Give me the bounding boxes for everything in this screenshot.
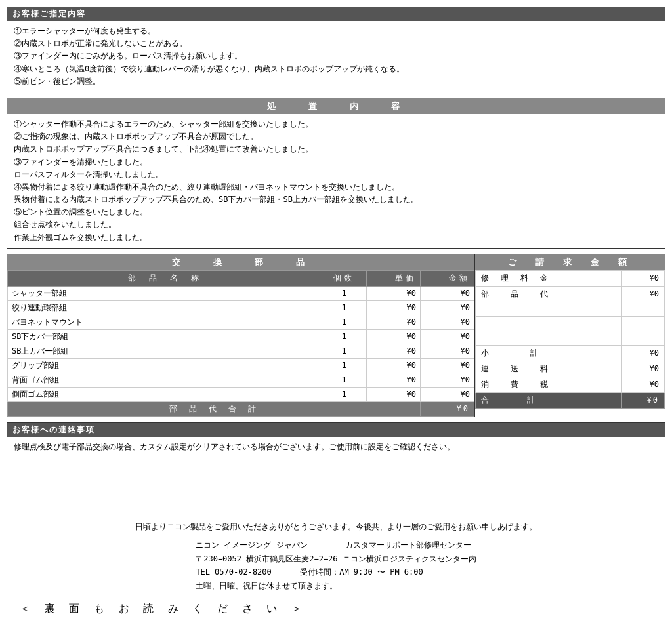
footer-backside: ＜ 裏 面 も お 読 み く だ さ い ＞ (7, 602, 665, 616)
invoice-row-7: 消 費 税 ¥0 (476, 377, 665, 392)
parts-row-total: ¥0 (420, 344, 474, 358)
parts-row-total: ¥0 (420, 315, 474, 329)
parts-row-total: ¥0 (420, 286, 474, 300)
parts-row-price: ¥0 (366, 358, 420, 373)
instruction-item-5: ⑤前ピン・後ピン調整。 (14, 75, 658, 88)
parts-row-name: シャッター部組 (8, 286, 322, 300)
footer-left: ニコン イメージング ジャパン カスタマーサポート部修理センター 〒230−00… (196, 539, 476, 592)
invoice-row-label: 小 計 (476, 345, 622, 361)
invoice-row-1: 部 品 代 ¥0 (476, 286, 665, 302)
parts-row-total: ¥0 (420, 358, 474, 373)
treatment-header: 処 置 内 容 (7, 98, 665, 114)
parts-row-name: 絞り連動環部組 (8, 300, 322, 315)
parts-row-total: ¥0 (420, 387, 474, 401)
invoice-row-value: ¥0 (622, 361, 665, 377)
treatment-item-3: 内蔵ストロボポップアップ不具合につきまして、下記④処置にて改善いたしました。 (14, 143, 658, 155)
invoice-row-2 (476, 302, 665, 316)
parts-row-qty: 1 (322, 373, 366, 387)
parts-header: 交 換 部 品 (7, 254, 474, 270)
col-header-price: 単価 (366, 270, 420, 286)
invoice-row-value: ¥0 (622, 392, 665, 408)
footer-message: 日頃よりニコン製品をご愛用いただきありがとうございます。今後共、より一層のご愛用… (7, 520, 665, 533)
parts-row-price: ¥0 (366, 387, 420, 401)
treatment-section: 処 置 内 容 ①シャッター作動不具合によるエラーのため、シャッター部組を交換い… (7, 98, 665, 249)
customer-instructions-section: お客様ご指定内容 ①エラーシャッターが何度も発生する。 ②内蔵ストロボが正常に発… (7, 7, 665, 92)
parts-row-total: ¥0 (420, 329, 474, 344)
treatment-content: ①シャッター作動不具合によるエラーのため、シャッター部組を交換いたしました。 ②… (7, 114, 665, 248)
parts-row-price: ¥0 (366, 286, 420, 300)
treatment-item-10: 作業上外観ゴムを交換いたしました。 (14, 232, 658, 244)
parts-total-value: ¥0 (420, 401, 474, 416)
invoice-row-value: ¥0 (622, 286, 665, 302)
col-header-qty: 個数 (322, 270, 366, 286)
invoice-row-label: 消 費 税 (476, 377, 622, 392)
footer-tel-hours: TEL 0570-02-8200 受付時間：AM 9:30 〜 PM 6:00 (196, 565, 476, 579)
parts-row-qty: 1 (322, 329, 366, 344)
parts-row-qty: 1 (322, 387, 366, 401)
parts-row-price: ¥0 (366, 300, 420, 315)
contact-text: 修理点検及び電子部品交換の場合、カスタム設定がクリアされている場合がございます。… (7, 437, 665, 510)
parts-row-5: グリップ部組 1 ¥0 ¥0 (8, 358, 474, 373)
invoice-row-4 (476, 331, 665, 345)
parts-row-name: バヨネットマウント (8, 315, 322, 329)
invoice-header: ご 請 求 金 額 (475, 254, 665, 270)
contact-header: お客様への連絡事項 (7, 423, 665, 437)
parts-total-row: 部 品 代 合 計 ¥0 (8, 401, 474, 416)
treatment-item-9: 組合せ点検をいたしました。 (14, 218, 658, 231)
invoice-row-value: ¥0 (622, 270, 665, 286)
instruction-item-1: ①エラーシャッターが何度も発生する。 (14, 25, 658, 37)
company-name: ニコン イメージング ジャパン カスタマーサポート部修理センター (196, 539, 476, 552)
parts-row-price: ¥0 (366, 329, 420, 344)
parts-row-price: ¥0 (366, 344, 420, 358)
invoice-empty-value (622, 316, 665, 331)
footer-company: ニコン イメージング ジャパン カスタマーサポート部修理センター 〒230−00… (7, 539, 665, 592)
invoice-row-label: 運 送 料 (476, 361, 622, 377)
invoice-section: ご 請 求 金 額 修 理 料 金 ¥0 部 品 代 ¥0 小 (475, 254, 665, 417)
col-header-total: 金額 (420, 270, 474, 286)
footer: 日頃よりニコン製品をご愛用いただきありがとうございます。今後共、より一層のご愛用… (7, 520, 665, 592)
parts-row-name: 背面ゴム部組 (8, 373, 322, 387)
treatment-item-5: ローパスフィルターを清掃いたしました。 (14, 169, 658, 181)
parts-row-3: SB下カバー部組 1 ¥0 ¥0 (8, 329, 474, 344)
parts-row-qty: 1 (322, 300, 366, 315)
parts-row-6: 背面ゴム部組 1 ¥0 ¥0 (8, 373, 474, 387)
invoice-empty-label (476, 316, 622, 331)
footer-closed: 土曜、日曜、祝日は休ませて頂きます。 (196, 579, 476, 592)
parts-row-name: 側面ゴム部組 (8, 387, 322, 401)
invoice-empty-label (476, 331, 622, 345)
treatment-item-2: ②ご指摘の現象は、内蔵ストロボポップアップ不具合が原因でした。 (14, 131, 658, 143)
parts-row-1: 絞り連動環部組 1 ¥0 ¥0 (8, 300, 474, 315)
invoice-row-5: 小 計 ¥0 (476, 345, 665, 361)
instruction-item-3: ③ファインダー内にごみがある。ローパス清掃もお願いします。 (14, 50, 658, 62)
parts-total-label: 部 品 代 合 計 (8, 401, 421, 416)
customer-instructions-content: ①エラーシャッターが何度も発生する。 ②内蔵ストロボが正常に発光しないことがある… (7, 21, 665, 92)
treatment-item-1: ①シャッター作動不具合によるエラーのため、シャッター部組を交換いたしました。 (14, 118, 658, 131)
col-header-name: 部 品 名 称 (8, 270, 322, 286)
instruction-item-4: ④寒いところ（気温0度前後）で絞り連動レバーの滑りが悪くなり、内蔵ストロボのポッ… (14, 63, 658, 75)
parts-row-total: ¥0 (420, 300, 474, 315)
invoice-row-3 (476, 316, 665, 331)
customer-instructions-header: お客様ご指定内容 (7, 7, 665, 21)
treatment-item-4: ③ファインダーを清掃いたしました。 (14, 156, 658, 169)
invoice-empty-value (622, 331, 665, 345)
treatment-item-6: ④異物付着による絞り連動環作動不具合のため、絞り連動環部組・バヨネットマウントを… (14, 181, 658, 193)
parts-row-total: ¥0 (420, 373, 474, 387)
invoice-row-value: ¥0 (622, 377, 665, 392)
parts-invoice-row: 交 換 部 品 部 品 名 称 個数 単価 金額 シャッター部組 1 ¥0 ¥0 (7, 254, 665, 417)
invoice-row-value: ¥0 (622, 345, 665, 361)
parts-row-4: SB上カバー部組 1 ¥0 ¥0 (8, 344, 474, 358)
parts-section: 交 換 部 品 部 品 名 称 個数 単価 金額 シャッター部組 1 ¥0 ¥0 (7, 254, 475, 417)
invoice-empty-value (622, 302, 665, 316)
parts-row-price: ¥0 (366, 373, 420, 387)
parts-row-qty: 1 (322, 286, 366, 300)
parts-table: 部 品 名 称 個数 単価 金額 シャッター部組 1 ¥0 ¥0 絞り連動環部組… (7, 270, 474, 417)
invoice-table: 修 理 料 金 ¥0 部 品 代 ¥0 小 計 ¥0 運 送 料 ¥0 (475, 270, 665, 409)
parts-row-qty: 1 (322, 344, 366, 358)
invoice-row-0: 修 理 料 金 ¥0 (476, 270, 665, 286)
page: お客様ご指定内容 ①エラーシャッターが何度も発生する。 ②内蔵ストロボが正常に発… (7, 7, 665, 616)
invoice-row-label: 修 理 料 金 (476, 270, 622, 286)
parts-row-qty: 1 (322, 315, 366, 329)
contact-section: お客様への連絡事項 修理点検及び電子部品交換の場合、カスタム設定がクリアされてい… (7, 422, 665, 510)
parts-row-qty: 1 (322, 358, 366, 373)
parts-row-name: グリップ部組 (8, 358, 322, 373)
